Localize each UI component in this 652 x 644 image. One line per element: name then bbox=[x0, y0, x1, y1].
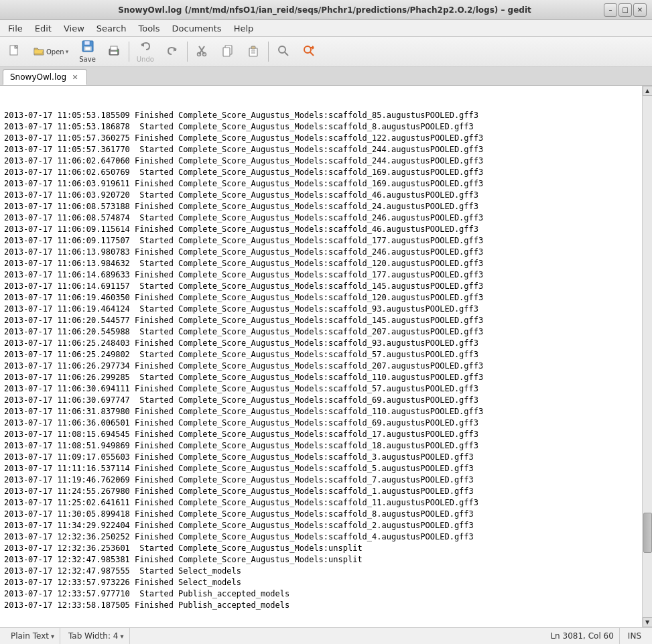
svg-rect-20 bbox=[251, 46, 255, 49]
text-content: 2013-07-17 11:05:53.185509 Finished Comp… bbox=[0, 86, 642, 627]
cursor-pos-section: Ln 3081, Col 60 bbox=[545, 628, 619, 644]
menu-search[interactable]: Search bbox=[91, 22, 132, 35]
open-dropdown-arrow[interactable]: ▾ bbox=[66, 48, 69, 55]
scroll-down-button[interactable]: ▼ bbox=[643, 617, 653, 627]
open-icon bbox=[33, 45, 45, 59]
line: 2013-07-17 11:09:17.055603 Finished Comp… bbox=[4, 452, 638, 463]
line: 2013-07-17 11:06:26.299285 Started Compl… bbox=[4, 372, 638, 383]
find-icon bbox=[277, 45, 289, 59]
line: 2013-07-17 11:30:05.899418 Finished Comp… bbox=[4, 509, 638, 520]
line: 2013-07-17 11:06:36.006501 Finished Comp… bbox=[4, 417, 638, 429]
menu-help[interactable]: Help bbox=[229, 22, 259, 35]
line: 2013-07-17 12:32:47.987555 Started Selec… bbox=[4, 566, 638, 577]
line: 2013-07-17 11:06:08.574874 Started Compl… bbox=[4, 212, 638, 224]
mode-label: INS bbox=[628, 631, 641, 641]
menu-bar: File Edit View Search Tools Documents He… bbox=[0, 20, 652, 37]
redo-button[interactable] bbox=[160, 39, 184, 64]
scroll-up-button[interactable]: ▲ bbox=[643, 86, 653, 96]
svg-rect-6 bbox=[85, 47, 90, 50]
undo-label: Undo bbox=[137, 56, 154, 63]
plain-text-dropdown[interactable]: ▾ bbox=[51, 633, 54, 640]
editor-content[interactable]: 2013-07-17 11:05:53.185509 Finished Comp… bbox=[0, 86, 642, 627]
line: 2013-07-17 11:06:25.248403 Finished Comp… bbox=[4, 338, 638, 349]
plain-text-label: Plain Text bbox=[11, 631, 49, 641]
scrollbar[interactable]: ▲ ▼ bbox=[642, 86, 652, 627]
save-button[interactable]: Save bbox=[74, 39, 101, 64]
minimize-button[interactable]: – bbox=[604, 3, 617, 17]
mode-section: INS bbox=[623, 628, 647, 644]
separator-1 bbox=[129, 42, 129, 62]
line: 2013-07-17 11:06:20.544577 Finished Comp… bbox=[4, 315, 638, 326]
menu-edit[interactable]: Edit bbox=[29, 22, 57, 35]
line: 2013-07-17 11:06:03.920720 Started Compl… bbox=[4, 190, 638, 201]
replace-button[interactable] bbox=[297, 39, 321, 64]
undo-icon bbox=[139, 40, 151, 54]
line: 2013-07-17 11:05:57.360275 Finished Comp… bbox=[4, 133, 638, 144]
cut-icon bbox=[196, 45, 208, 59]
line: 2013-07-17 11:06:13.984632 Started Compl… bbox=[4, 258, 638, 269]
svg-rect-10 bbox=[117, 50, 118, 52]
copy-icon bbox=[222, 45, 234, 59]
cursor-pos-label: Ln 3081, Col 60 bbox=[550, 631, 613, 641]
undo-button[interactable]: Undo bbox=[132, 39, 159, 64]
status-bar: Plain Text ▾ Tab Width: 4 ▾ Ln 3081, Col… bbox=[0, 627, 652, 644]
maximize-button[interactable]: □ bbox=[618, 3, 632, 17]
tab-snowyowl-log[interactable]: SnowyOwl.log ✕ bbox=[3, 69, 87, 85]
menu-documents[interactable]: Documents bbox=[167, 22, 227, 35]
line: 2013-07-17 12:32:36.253601 Started Compl… bbox=[4, 543, 638, 554]
tab-width-label: Tab Width: 4 bbox=[68, 631, 118, 641]
editor-area: 2013-07-17 11:05:53.185509 Finished Comp… bbox=[0, 86, 652, 627]
separator-3 bbox=[268, 42, 269, 62]
line: 2013-07-17 11:08:51.949869 Finished Comp… bbox=[4, 440, 638, 452]
line: 2013-07-17 12:32:36.250252 Finished Comp… bbox=[4, 531, 638, 543]
line: 2013-07-17 12:33:57.977710 Started Publi… bbox=[4, 588, 638, 600]
svg-rect-18 bbox=[223, 48, 230, 56]
tab-label: SnowyOwl.log bbox=[10, 72, 66, 82]
svg-rect-8 bbox=[111, 52, 117, 54]
copy-button[interactable] bbox=[216, 39, 240, 64]
line: 2013-07-17 11:34:29.922404 Finished Comp… bbox=[4, 520, 638, 531]
save-label: Save bbox=[79, 56, 96, 63]
line: 2013-07-17 11:06:26.297734 Finished Comp… bbox=[4, 361, 638, 372]
svg-line-29 bbox=[312, 48, 314, 49]
tab-width-dropdown[interactable]: ▾ bbox=[120, 633, 123, 640]
find-button[interactable] bbox=[271, 39, 296, 64]
paste-button[interactable] bbox=[241, 39, 265, 64]
line: 2013-07-17 11:24:55.267980 Finished Comp… bbox=[4, 486, 638, 497]
new-icon bbox=[9, 45, 21, 59]
line: 2013-07-17 11:06:30.694111 Finished Comp… bbox=[4, 383, 638, 395]
line: 2013-07-17 11:06:20.545988 Started Compl… bbox=[4, 326, 638, 338]
tab-close-button[interactable]: ✕ bbox=[70, 72, 80, 82]
menu-view[interactable]: View bbox=[58, 22, 90, 35]
svg-line-26 bbox=[310, 52, 314, 56]
tab-width-section: Tab Width: 4 ▾ bbox=[63, 628, 130, 644]
line: 2013-07-17 11:06:19.460350 Finished Comp… bbox=[4, 292, 638, 304]
line: 2013-07-17 12:33:58.187505 Finished Publ… bbox=[4, 600, 638, 611]
scroll-track[interactable] bbox=[643, 96, 653, 617]
separator-2 bbox=[187, 42, 188, 62]
line: 2013-07-17 11:06:08.573188 Finished Comp… bbox=[4, 201, 638, 212]
toolbar: Open ▾ Save bbox=[0, 37, 652, 67]
svg-rect-9 bbox=[111, 46, 117, 50]
scroll-thumb[interactable] bbox=[643, 513, 652, 553]
line: 2013-07-17 11:06:03.919611 Finished Comp… bbox=[4, 178, 638, 190]
menu-file[interactable]: File bbox=[3, 22, 28, 35]
line: 2013-07-17 11:05:53.185509 Finished Comp… bbox=[4, 110, 638, 121]
print-button[interactable] bbox=[102, 39, 126, 64]
svg-point-23 bbox=[279, 46, 285, 53]
line: 2013-07-17 11:11:16.537114 Finished Comp… bbox=[4, 463, 638, 474]
line: 2013-07-17 11:06:02.650769 Started Compl… bbox=[4, 167, 638, 178]
new-button[interactable] bbox=[3, 39, 27, 64]
open-button[interactable]: Open ▾ bbox=[28, 39, 73, 64]
menu-tools[interactable]: Tools bbox=[133, 22, 165, 35]
line: 2013-07-17 11:06:14.689633 Finished Comp… bbox=[4, 269, 638, 281]
svg-line-24 bbox=[285, 52, 288, 56]
close-button[interactable]: ✕ bbox=[633, 3, 647, 17]
line: 2013-07-17 11:19:46.762069 Finished Comp… bbox=[4, 474, 638, 486]
print-icon bbox=[108, 45, 120, 59]
line: 2013-07-17 11:05:57.361770 Started Compl… bbox=[4, 144, 638, 155]
svg-rect-4 bbox=[84, 41, 90, 45]
cut-button[interactable] bbox=[190, 39, 214, 64]
title-bar: SnowyOwl.log (/mnt/md/nfsO1/ian_reid/seq… bbox=[0, 0, 652, 20]
open-label: Open bbox=[46, 48, 64, 56]
